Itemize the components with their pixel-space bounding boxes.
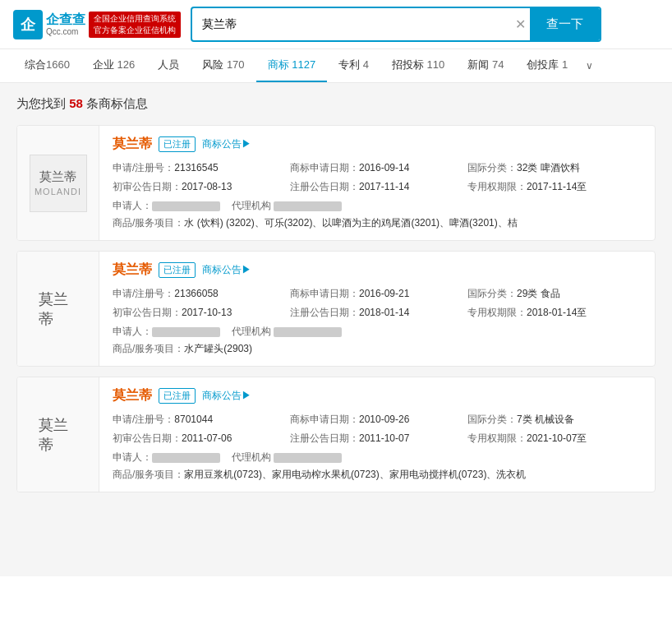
card-1-logo-img: 莫兰蒂 MOLANDI	[30, 155, 87, 212]
card-2-logo-text: 莫兰蒂	[25, 276, 90, 342]
tab-chuangtou-count: 1	[562, 58, 568, 71]
card-3-badge-announcement[interactable]: 商标公告▶	[202, 389, 251, 403]
card-2-brand-name[interactable]: 莫兰蒂	[113, 261, 152, 279]
card-3-goods-row: 商品/服务项目：家用豆浆机(0723)、家用电动榨水果机(0723)、家用电动搅…	[113, 468, 642, 482]
logo-area: 企 企查查 Qcc.com 全国企业信用查询系统 官方备案企业征信机构	[13, 10, 181, 39]
tab-zonghe-label: 综合	[25, 58, 46, 71]
card-1-apply-date: 商标申请日期：2016-09-14	[290, 161, 464, 175]
tab-zhaotou-label: 招投标	[392, 58, 424, 71]
result-suffix: 条商标信息	[86, 96, 148, 110]
nav-tabs: 综合1660 企业 126 人员 风险 170 商标 1127 专利 4 招投标…	[0, 49, 672, 83]
card-1-logo-text: 莫兰蒂	[35, 169, 81, 185]
card-2-content: 莫兰蒂 已注册 商标公告▶ 申请/注册号：21366058 商标申请日期：201…	[99, 252, 655, 366]
card-3-info-grid: 申请/注册号：8701044 商标申请日期：2010-09-26 国际分类：7类…	[113, 413, 642, 446]
result-card-1: 莫兰蒂 MOLANDI 莫兰蒂 已注册 商标公告▶ 申请/注册号：2131654…	[16, 125, 656, 241]
card-2-intl-class: 国际分类：29类 食品	[467, 287, 642, 301]
tab-fengxian[interactable]: 风险 170	[191, 49, 255, 82]
search-clear-icon[interactable]: ✕	[510, 15, 530, 35]
tab-qiye-count: 126	[117, 58, 136, 71]
search-button[interactable]: 查一下	[530, 8, 600, 40]
card-2-exclusive: 专用权期限：2018-01-14至	[467, 306, 642, 320]
card-1-reg-no: 申请/注册号：21316545	[113, 161, 287, 175]
card-2-reg-no: 申请/注册号：21366058	[113, 287, 287, 301]
card-1-reg-pub: 注册公告日期：2017-11-14	[290, 180, 464, 194]
card-1-badge-registered: 已注册	[159, 136, 196, 152]
tab-qiye[interactable]: 企业 126	[81, 49, 146, 82]
card-3-applicant-blurred	[152, 453, 220, 463]
main-content: 为您找到 58 条商标信息 莫兰蒂 MOLANDI 莫兰蒂 已注册 商标公告▶ …	[0, 83, 672, 576]
card-2-first-pub: 初审公告日期：2017-10-13	[113, 306, 287, 320]
tab-shangbiao[interactable]: 商标 1127	[256, 49, 328, 82]
card-1-exclusive: 专用权期限：2017-11-14至	[467, 180, 642, 194]
card-2-badge-announcement[interactable]: 商标公告▶	[202, 263, 251, 277]
tab-chuangtou[interactable]: 创投库 1	[515, 49, 579, 82]
tab-xinwen-count: 74	[492, 58, 504, 71]
card-2-reg-pub: 注册公告日期：2018-01-14	[290, 306, 464, 320]
card-2-apply-date: 商标申请日期：2016-09-21	[290, 287, 464, 301]
card-1-agent-blurred	[274, 201, 342, 211]
tab-zhuanli-count: 4	[363, 58, 369, 71]
card-2-badge-registered: 已注册	[159, 262, 196, 278]
card-3-exclusive: 专用权期限：2021-10-07至	[467, 432, 642, 446]
tab-chuangtou-label: 创投库	[527, 58, 559, 71]
card-1-goods-row: 商品/服务项目：水 (饮料) (3202)、可乐(3202)、以啤酒为主的鸡尾酒…	[113, 216, 642, 230]
logo-sub-text: Qcc.com	[46, 27, 85, 37]
tab-renyuan-label: 人员	[158, 58, 179, 71]
card-3-badge-registered: 已注册	[159, 388, 196, 404]
logo-text-area: 企查查 Qcc.com	[46, 12, 85, 37]
official-badge: 全国企业信用查询系统 官方备案企业征信机构	[89, 12, 181, 38]
result-count: 58	[69, 96, 83, 110]
card-3-reg-pub: 注册公告日期：2011-10-07	[290, 432, 464, 446]
logo-main-text: 企查查	[46, 12, 85, 27]
card-3-first-pub: 初审公告日期：2011-07-06	[113, 432, 287, 446]
tab-qiye-label: 企业	[93, 58, 114, 71]
tab-shangbiao-label: 商标	[268, 58, 289, 71]
card-3-apply-date: 商标申请日期：2010-09-26	[290, 413, 464, 427]
card-1-intl-class: 国际分类：32类 啤酒饮料	[467, 161, 642, 175]
card-2-agent-blurred	[274, 327, 342, 337]
card-2-title-row: 莫兰蒂 已注册 商标公告▶	[113, 261, 642, 279]
card-2-applicant-blurred	[152, 327, 220, 337]
card-1-info-grid: 申请/注册号：21316545 商标申请日期：2016-09-14 国际分类：3…	[113, 161, 642, 194]
card-1-logo-sub: MOLANDI	[35, 187, 81, 196]
badge-line2: 官方备案企业征信机构	[94, 25, 176, 36]
tab-xinwen[interactable]: 新闻 74	[456, 49, 515, 82]
card-2-applicant-row: 申请人： 代理机构	[113, 325, 642, 339]
card-1-brand-name[interactable]: 莫兰蒂	[113, 136, 152, 153]
logo-icon: 企	[13, 10, 43, 39]
card-1-applicant-blurred	[152, 201, 220, 211]
header: 企 企查查 Qcc.com 全国企业信用查询系统 官方备案企业征信机构 ✕ 查一…	[0, 0, 672, 49]
card-3-logo: 莫兰蒂	[17, 377, 99, 492]
badge-line1: 全国企业信用查询系统	[94, 13, 176, 25]
card-1-title-row: 莫兰蒂 已注册 商标公告▶	[113, 136, 642, 153]
card-3-intl-class: 国际分类：7类 机械设备	[467, 413, 642, 427]
tab-zonghe-count: 1660	[46, 58, 70, 71]
card-2-logo: 莫兰蒂	[17, 252, 99, 366]
search-input[interactable]	[192, 12, 510, 38]
card-3-reg-no: 申请/注册号：8701044	[113, 413, 287, 427]
tab-xinwen-label: 新闻	[467, 58, 489, 71]
card-1-logo: 莫兰蒂 MOLANDI	[17, 126, 99, 240]
card-3-brand-name[interactable]: 莫兰蒂	[113, 387, 152, 404]
search-bar: ✕ 查一下	[191, 7, 601, 42]
tab-zhuanli[interactable]: 专利 4	[327, 49, 380, 82]
tab-zonghe[interactable]: 综合1660	[13, 49, 81, 82]
card-3-applicant-row: 申请人： 代理机构	[113, 451, 642, 465]
tab-zhaotou[interactable]: 招投标 110	[380, 49, 456, 82]
card-1-first-pub: 初审公告日期：2017-08-13	[113, 180, 287, 194]
result-prefix: 为您找到	[16, 96, 66, 110]
tab-fengxian-label: 风险	[202, 58, 223, 71]
tab-zhaotou-count: 110	[427, 58, 445, 71]
tab-shangbiao-count: 1127	[292, 58, 315, 71]
tab-zhuanli-label: 专利	[338, 58, 360, 71]
card-2-goods-row: 商品/服务项目：水产罐头(2903)	[113, 342, 642, 356]
tab-renyuan[interactable]: 人员	[146, 49, 191, 82]
result-card-2: 莫兰蒂 莫兰蒂 已注册 商标公告▶ 申请/注册号：21366058 商标申请日期…	[16, 251, 656, 367]
result-summary: 为您找到 58 条商标信息	[16, 96, 656, 112]
card-3-logo-text: 莫兰蒂	[25, 402, 90, 468]
card-3-agent-blurred	[274, 453, 342, 463]
card-3-title-row: 莫兰蒂 已注册 商标公告▶	[113, 387, 642, 404]
card-1-content: 莫兰蒂 已注册 商标公告▶ 申请/注册号：21316545 商标申请日期：201…	[99, 126, 655, 240]
card-1-badge-announcement[interactable]: 商标公告▶	[202, 137, 251, 151]
nav-more-button[interactable]: ∨	[579, 52, 600, 80]
